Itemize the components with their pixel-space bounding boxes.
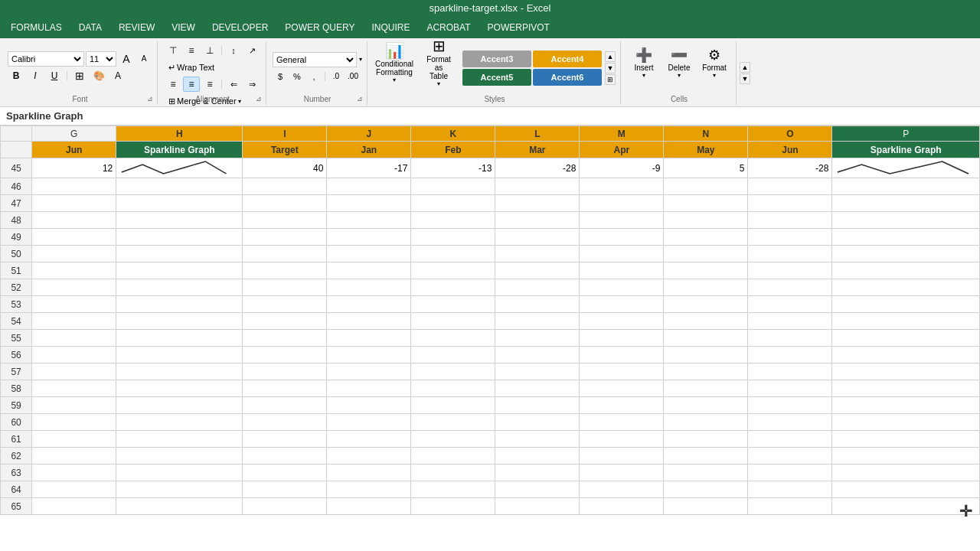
menu-acrobat[interactable]: ACROBAT [419,19,478,36]
font-size-increase-btn[interactable]: A [118,51,135,67]
align-right-btn[interactable]: ≡ [201,77,218,92]
underline-btn[interactable]: U [46,68,63,83]
ribbon-scroll-down[interactable]: ▼ [740,73,750,84]
cell-m-45[interactable]: -9 [580,158,664,178]
text-direction-btn[interactable]: ↕ [225,43,242,58]
cell-i-45[interactable]: 40 [243,158,327,178]
font-expand-btn[interactable]: ⊿ [145,94,155,103]
col-g-header[interactable]: G [32,126,116,142]
ribbon-scroll-up[interactable]: ▲ [740,62,750,73]
cell-n-45[interactable]: 5 [664,158,748,178]
conditional-formatting-chevron[interactable]: ▾ [393,77,396,83]
align-center-btn[interactable]: ≡ [183,77,200,92]
cell-g-header[interactable]: Jun [32,142,116,158]
delete-btn[interactable]: ➖ Delete ▾ [662,43,696,83]
row-47-label: 47 [1,195,32,212]
font-size-select[interactable]: 11 [86,51,116,67]
title-text: sparkline-target.xlsx - Excel [430,2,551,14]
menu-inquire[interactable]: INQUIRE [364,19,417,36]
menu-developer[interactable]: DEVELOPER [204,19,276,36]
cell-l-45[interactable]: -28 [495,158,580,178]
cell-o-header[interactable]: Jun [748,142,832,158]
col-h-header[interactable]: H [116,126,243,142]
fill-color-btn[interactable]: 🎨 [90,68,107,83]
decrease-indent-btn[interactable]: ⇐ [225,77,242,92]
cell-p-header[interactable]: Sparkline Graph [832,142,980,158]
swatch-scroll-down[interactable]: ▼ [605,63,616,73]
swatch-scroll-more[interactable]: ⊞ [605,74,616,85]
table-row-empty-18: 63 [1,465,980,481]
ribbon-cells-group: ➕ Insert ▾ ➖ Delete ▾ ⚙ Format ▾ Cells [622,41,737,105]
col-n-header[interactable]: N [664,126,748,142]
table-row-empty-2: 47 [1,195,980,212]
sparkline-svg-h [116,158,242,175]
insert-btn[interactable]: ➕ Insert ▾ [627,43,661,83]
number-format-chevron[interactable]: ▾ [359,56,362,63]
format-as-table-chevron[interactable]: ▾ [437,80,440,87]
menu-view[interactable]: VIEW [164,19,203,36]
cell-k-header[interactable]: Feb [411,142,495,158]
col-o-header[interactable]: O [748,126,832,142]
col-k-header[interactable]: K [411,126,495,142]
accent5-swatch[interactable]: Accent5 [462,69,531,86]
number-expand-btn[interactable]: ⊿ [354,94,365,103]
decimal-decrease-btn[interactable]: .00 [345,69,361,84]
cell-h-header[interactable]: Sparkline Graph [116,142,243,158]
alignment-expand-btn[interactable]: ⊿ [253,94,264,103]
cell-h-45-sparkline[interactable] [116,158,243,178]
table-row-empty-17: 62 [1,448,980,465]
align-top-btn[interactable]: ⊤ [165,43,181,58]
menu-data[interactable]: DATA [71,19,109,36]
text-angle-btn[interactable]: ↗ [243,43,260,58]
cell-k-45[interactable]: -13 [411,158,495,178]
accent6-swatch[interactable]: Accent6 [533,69,602,86]
col-i-header[interactable]: I [243,126,327,142]
number-format-select[interactable]: General [273,52,357,67]
format-as-table-btn[interactable]: ⊞ Format asTable ▾ [418,43,459,83]
ribbon-font-group: Calibri 11 A A B I U [3,41,158,105]
font-name-select[interactable]: Calibri [8,51,84,67]
menu-review[interactable]: REVIEW [111,19,162,36]
insert-chevron[interactable]: ▾ [642,72,645,79]
wrap-text-btn[interactable]: ↵ Wrap Text [165,60,218,75]
cell-n-header[interactable]: May [664,142,748,158]
percent-btn[interactable]: % [289,69,305,84]
col-p-header[interactable]: P [832,126,980,142]
col-m-header[interactable]: M [580,126,664,142]
border-btn[interactable]: ⊞ [71,68,88,83]
align-bottom-btn[interactable]: ⊥ [201,43,218,58]
font-size-decrease-btn[interactable]: A [136,51,152,67]
accent3-swatch[interactable]: Accent3 [462,51,531,67]
align-left-btn[interactable]: ≡ [165,77,181,92]
table-row-empty-4: 49 [1,229,980,246]
grid-scroll[interactable]: G H I J K L M N O P Jun Sparkline Grap [0,126,980,551]
ribbon-styles-group: 📊 ConditionalFormatting ▾ ⊞ Format asTab… [369,41,621,105]
conditional-formatting-btn[interactable]: 📊 ConditionalFormatting ▾ [374,43,415,83]
col-l-header[interactable]: L [495,126,580,142]
col-j-header[interactable]: J [327,126,411,142]
italic-btn[interactable]: I [27,68,44,83]
cell-i-header[interactable]: Target [243,142,327,158]
bold-btn[interactable]: B [8,68,24,83]
decimal-increase-btn[interactable]: .0 [328,69,344,84]
cell-p-45-sparkline[interactable] [832,158,980,178]
format-chevron[interactable]: ▾ [713,72,716,79]
cell-l-header[interactable]: Mar [495,142,580,158]
menu-power-query[interactable]: POWER QUERY [277,19,362,36]
swatch-scroll-up[interactable]: ▲ [605,51,616,62]
cell-g-45[interactable]: 12 [32,158,116,178]
menu-powerpivot[interactable]: POWERPIVOT [480,19,557,36]
comma-btn[interactable]: , [306,69,322,84]
align-middle-btn[interactable]: ≡ [183,43,200,58]
cell-o-45[interactable]: -28 [748,158,832,178]
format-btn[interactable]: ⚙ Format ▾ [697,43,731,83]
accent4-swatch[interactable]: Accent4 [533,51,602,67]
delete-chevron[interactable]: ▾ [678,72,681,79]
cell-j-45[interactable]: -17 [327,158,411,178]
font-color-btn[interactable]: A [109,68,126,83]
increase-indent-btn[interactable]: ⇒ [243,77,260,92]
currency-btn[interactable]: $ [273,69,288,84]
cell-j-header[interactable]: Jan [327,142,411,158]
menu-formulas[interactable]: FORMULAS [3,19,70,36]
cell-m-header[interactable]: Apr [580,142,664,158]
